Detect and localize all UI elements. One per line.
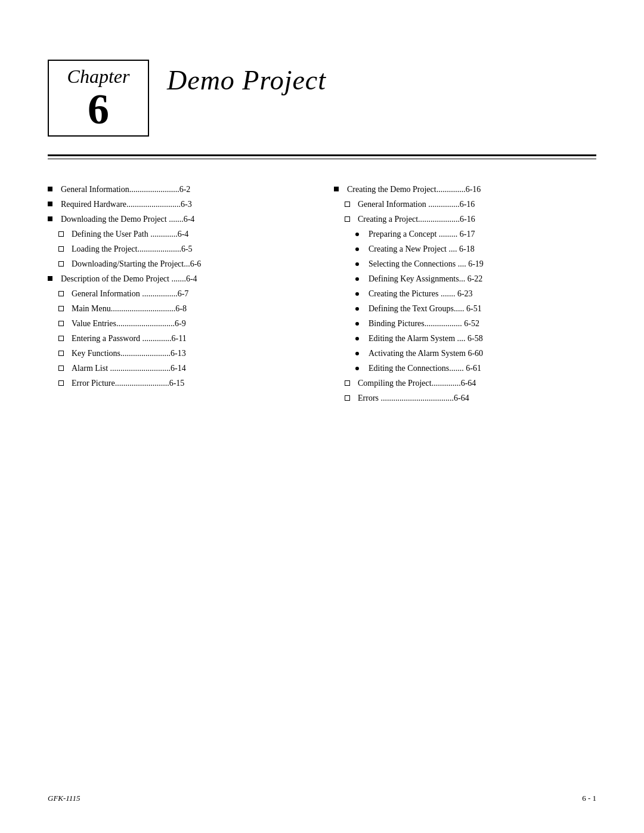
toc-container: General Information.....................… [48,183,596,407]
toc-right-column: Creating the Demo Project..............6… [334,183,596,407]
toc-item-label: Required Hardware.......................… [61,198,310,210]
hollow-square-icon [58,291,64,296]
list-item: Error Picture..........................6… [58,377,310,389]
filled-square-icon [48,202,52,206]
toc-left-column: General Information.....................… [48,183,310,407]
list-item: Editing the Alarm System .... 6-58 [355,332,596,345]
toc-item-label: Downloading the Demo Project .......6-4 [61,213,310,225]
chapter-box: Chapter 6 [48,60,149,137]
list-item: Downloading the Demo Project .......6-4 [48,213,310,225]
hollow-square-icon [345,395,350,401]
hollow-square-icon [58,246,64,252]
filled-square-icon [334,187,339,191]
filled-square-icon [48,216,52,221]
bullet-round-icon [355,277,359,281]
hollow-square-icon [58,231,64,237]
list-item: Binding Pictures.................. 6-52 [355,317,596,330]
filled-square-icon [48,187,52,191]
toc-item-label: Creating a Project....................6-… [358,213,596,225]
list-item: Required Hardware.......................… [48,198,310,210]
bullet-round-icon [355,352,359,355]
list-item: General Information.....................… [48,183,310,196]
list-item: Entering a Password ..............6-11 [58,332,310,345]
bullet-round-icon [355,233,359,236]
header-rule-thin [48,159,596,159]
toc-item-label: General Information ...............6-16 [358,198,596,210]
hollow-square-icon [58,336,64,341]
toc-item-label: Creating the Demo Project..............6… [347,183,596,196]
toc-item-label: Errors .................................… [358,392,596,404]
list-item: Selecting the Connections .... 6-19 [355,258,596,270]
footer-doc-id: GFK-1115 [48,794,80,803]
chapter-word: Chapter [60,66,137,88]
filled-square-icon [48,276,52,281]
toc-item-label: Main Menu...............................… [72,302,310,315]
bullet-round-icon [355,367,359,370]
hollow-square-icon [345,380,350,386]
hollow-square-icon [58,306,64,311]
toc-item-label: Activating the Alarm System 6-60 [369,347,596,360]
list-item: Main Menu...............................… [58,302,310,315]
toc-item-label: Description of the Demo Project .......6… [61,272,310,285]
list-item: Loading the Project.....................… [58,243,310,255]
hollow-square-icon [58,366,64,371]
list-item: Creating the Demo Project..............6… [334,183,596,196]
list-item: Value Entries...........................… [58,317,310,330]
toc-item-label: Binding Pictures.................. 6-52 [369,317,596,330]
chapter-title: Demo Project [167,60,326,96]
toc-item-label: Preparing a Concept ......... 6-17 [369,228,596,240]
bullet-round-icon [355,292,359,296]
hollow-square-icon [58,380,64,386]
toc-item-label: Error Picture..........................6… [72,377,310,389]
list-item: Defining the Text Groups..... 6-51 [355,302,596,315]
list-item: Key Functions........................6-1… [58,347,310,360]
list-item: Editing the Connections....... 6-61 [355,362,596,374]
bullet-round-icon [355,247,359,251]
toc-item-label: General Information .................6-7 [72,287,310,300]
toc-item-label: Defining the Text Groups..... 6-51 [369,302,596,315]
list-item: Activating the Alarm System 6-60 [355,347,596,360]
toc-item-label: Editing the Alarm System .... 6-58 [369,332,596,345]
toc-item-label: Editing the Connections....... 6-61 [369,362,596,374]
list-item: Preparing a Concept ......... 6-17 [355,228,596,240]
list-item: Creating the Pictures ....... 6-23 [355,287,596,300]
toc-item-label: Alarm List .............................… [72,362,310,374]
hollow-square-icon [345,202,350,207]
list-item: Creating a Project....................6-… [345,213,596,225]
hollow-square-icon [58,321,64,326]
hollow-square-icon [58,261,64,267]
footer-page-number: 6 - 1 [582,794,596,803]
list-item: Compiling the Project..............6-64 [345,377,596,389]
list-item: Description of the Demo Project .......6… [48,272,310,285]
hollow-square-icon [345,216,350,222]
bullet-round-icon [355,262,359,266]
footer: GFK-1115 6 - 1 [48,794,596,803]
chapter-header: Chapter 6 Demo Project [48,60,596,137]
toc-item-label: Creating the Pictures ....... 6-23 [369,287,596,300]
toc-item-label: Defining the User Path .............6-4 [72,228,310,240]
list-item: Defining the User Path .............6-4 [58,228,310,240]
chapter-number: 6 [60,88,137,131]
toc-item-label: Creating a New Project .... 6-18 [369,243,596,255]
list-item: General Information .................6-7 [58,287,310,300]
toc-item-label: Entering a Password ..............6-11 [72,332,310,345]
list-item: Errors .................................… [345,392,596,404]
toc-item-label: Key Functions........................6-1… [72,347,310,360]
toc-item-label: General Information.....................… [61,183,310,196]
toc-item-label: Value Entries...........................… [72,317,310,330]
toc-item-label: Loading the Project.....................… [72,243,310,255]
list-item: Defining Key Assignments... 6-22 [355,272,596,285]
list-item: Alarm List .............................… [58,362,310,374]
bullet-round-icon [355,307,359,311]
toc-item-label: Selecting the Connections .... 6-19 [369,258,596,270]
list-item: General Information ...............6-16 [345,198,596,210]
bullet-round-icon [355,322,359,326]
list-item: Creating a New Project .... 6-18 [355,243,596,255]
list-item: Downloading/Starting the Project...6-6 [58,258,310,270]
hollow-square-icon [58,351,64,356]
toc-item-label: Compiling the Project..............6-64 [358,377,596,389]
toc-item-label: Downloading/Starting the Project...6-6 [72,258,310,270]
toc-item-label: Defining Key Assignments... 6-22 [369,272,596,285]
header-rule-thick [48,154,596,156]
bullet-round-icon [355,337,359,340]
